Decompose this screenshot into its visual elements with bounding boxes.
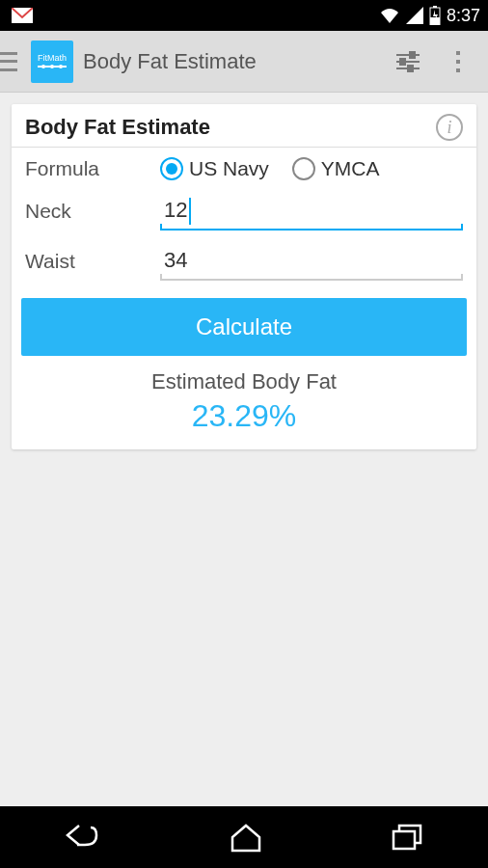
battery-icon: [429, 6, 441, 25]
radio-label: US Navy: [189, 157, 269, 180]
waist-label: Waist: [25, 250, 160, 273]
home-icon: [229, 822, 263, 853]
waist-row: Waist: [12, 232, 476, 283]
radio-us-navy[interactable]: US Navy: [160, 157, 269, 180]
svg-rect-17: [393, 831, 415, 849]
result-value: 23.29%: [12, 398, 476, 434]
content-area: Body Fat Estimate i Formula US Navy YMCA…: [0, 93, 488, 461]
svg-rect-9: [410, 52, 415, 58]
formula-row: Formula US Navy YMCA: [12, 148, 476, 182]
gmail-icon: [12, 8, 33, 23]
neck-label: Neck: [25, 200, 160, 223]
neck-row: Neck: [12, 182, 476, 232]
back-icon: [64, 822, 102, 853]
svg-point-7: [59, 65, 63, 68]
neck-input[interactable]: [160, 192, 463, 231]
back-button[interactable]: [64, 822, 102, 853]
svg-point-5: [41, 65, 45, 68]
svg-rect-2: [433, 6, 437, 8]
waist-input[interactable]: [160, 242, 463, 281]
result-label: Estimated Body Fat: [12, 369, 476, 394]
radio-ymca[interactable]: YMCA: [292, 157, 380, 180]
wifi-icon: [379, 7, 400, 24]
status-bar: 8:37: [0, 0, 488, 31]
settings-sliders-button[interactable]: [388, 41, 428, 82]
svg-rect-11: [400, 59, 405, 65]
radio-label: YMCA: [321, 157, 380, 180]
sliders-icon: [394, 48, 421, 75]
svg-point-6: [50, 65, 54, 68]
radio-icon: [292, 157, 315, 180]
overflow-menu-button[interactable]: [438, 41, 478, 82]
home-button[interactable]: [229, 822, 263, 853]
action-bar: FitMath Body Fat Estimate: [0, 31, 488, 93]
recents-button[interactable]: [390, 822, 424, 853]
recents-icon: [390, 822, 424, 853]
app-icon: FitMath: [31, 41, 73, 83]
calculate-button[interactable]: Calculate: [21, 298, 467, 356]
info-button[interactable]: i: [436, 114, 463, 141]
status-time: 8:37: [447, 6, 480, 26]
page-title: Body Fat Estimate: [83, 49, 378, 74]
radio-icon: [160, 157, 183, 180]
more-vert-icon: [454, 49, 462, 74]
text-cursor: [189, 198, 191, 225]
svg-rect-16: [456, 68, 460, 72]
formula-label: Formula: [25, 157, 160, 180]
svg-rect-3: [430, 17, 440, 25]
nav-bar: [0, 806, 488, 868]
svg-rect-15: [456, 60, 460, 64]
svg-rect-14: [456, 51, 460, 55]
card-title: Body Fat Estimate: [25, 115, 210, 140]
body-fat-card: Body Fat Estimate i Formula US Navy YMCA…: [12, 104, 476, 449]
svg-rect-13: [408, 66, 413, 71]
signal-icon: [406, 7, 423, 24]
menu-button[interactable]: [0, 52, 21, 71]
